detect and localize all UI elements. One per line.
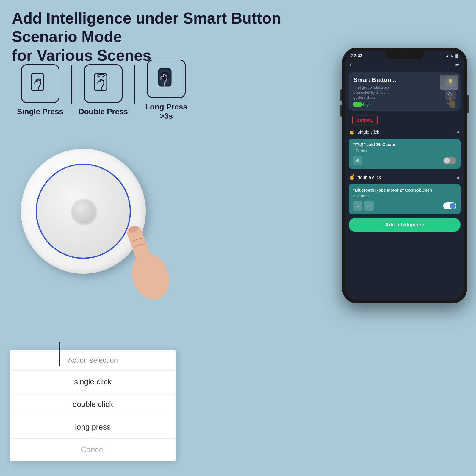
pointer-line: [60, 342, 60, 366]
single-click-text: single click: [358, 129, 379, 134]
double-press-type: Double Press: [75, 64, 131, 116]
scene-icons: 💡 🔌 👆: [445, 76, 456, 100]
action-popup-title: Action selection: [10, 350, 176, 371]
single-click-label-row: ☝ single click: [349, 129, 379, 135]
finger-icon: [110, 211, 184, 315]
device-description: Intelligent products are connected by di…: [353, 85, 401, 100]
device-info: Smart Button... Intelligent products are…: [353, 76, 445, 107]
device-name: Smart Button...: [353, 76, 445, 83]
signal-icon: ▲: [445, 54, 449, 58]
ac-icon: ❄: [353, 156, 362, 165]
double-finger-icon: ✌: [349, 174, 355, 180]
single-press-icon-box: [21, 64, 60, 103]
double-click-header: "Bluetooth Rope Motor 2" Control:Open ··…: [353, 187, 456, 193]
single-click-header: "空调" cold 16°C auto ···: [353, 142, 456, 148]
add-intelligence-button[interactable]: Add intelligence: [349, 218, 461, 232]
hand-bg-icon: 👆: [445, 96, 458, 109]
wifi-icon: ≋: [451, 54, 454, 58]
toggle-knob-2: [450, 203, 456, 209]
device-header-card: Smart Button... Intelligent products are…: [349, 72, 461, 111]
double-click-text: double click: [358, 175, 381, 180]
phone-notch: [385, 51, 424, 59]
button-center: [71, 199, 95, 223]
double-click-bottom: ▱ ▱: [353, 201, 456, 211]
svg-rect-0: [31, 73, 44, 91]
svg-point-5: [126, 248, 175, 305]
action-double-click[interactable]: double click: [10, 393, 176, 416]
divider-1: [71, 65, 72, 104]
action-long-press[interactable]: long press: [10, 416, 176, 439]
single-click-row[interactable]: ☝ single click ▲: [345, 126, 464, 137]
phone-screen: 22:43 ▲ ≋ ▓ ‹ ✏ Smart Button... Intellig…: [345, 51, 464, 300]
main-heading: Add Intelligence under Smart Button Scen…: [12, 9, 339, 65]
volume-up-button: [340, 89, 342, 101]
double-click-more[interactable]: ···: [451, 187, 456, 193]
button1-label: Button1: [352, 116, 378, 124]
curtain-image: [440, 75, 458, 90]
back-button[interactable]: ‹: [350, 61, 352, 69]
device-battery: High: [353, 102, 445, 107]
toggle-knob: [444, 158, 450, 164]
divider-2: [134, 65, 135, 104]
single-press-icon: [28, 72, 52, 95]
double-press-icon: [91, 72, 115, 95]
button1-container: Button1: [345, 113, 464, 126]
motor-icon-1: ▱: [353, 201, 362, 211]
action-cancel[interactable]: Cancel: [10, 439, 176, 461]
status-time: 22:43: [351, 53, 362, 58]
double-device-icons: ▱ ▱: [353, 201, 374, 211]
long-press-icon-box: [147, 60, 186, 98]
double-click-card: "Bluetooth Rope Motor 2" Control:Open ··…: [349, 184, 461, 214]
single-click-devices: 1 Device: [353, 149, 456, 153]
phone-frame: 22:43 ▲ ≋ ▓ ‹ ✏ Smart Button... Intellig…: [342, 48, 467, 303]
single-click-bottom: ❄: [353, 156, 456, 165]
double-click-arrow: ▲: [456, 174, 461, 180]
edit-button[interactable]: ✏: [455, 62, 459, 68]
volume-down-button: [340, 105, 342, 117]
single-click-title: "空调" cold 16°C auto: [353, 142, 395, 148]
long-press-type: Long Press >3s: [138, 60, 195, 121]
long-press-label: Long Press >3s: [138, 102, 195, 121]
finger-click-icon: ☝: [349, 129, 355, 135]
double-click-label-row: ✌ double click: [349, 174, 381, 180]
power-button: [467, 95, 469, 113]
single-press-label: Single Press: [17, 107, 63, 116]
double-click-toggle[interactable]: [443, 202, 456, 209]
double-click-title: "Bluetooth Rope Motor 2" Control:Open: [353, 188, 432, 192]
long-press-icon: [154, 67, 178, 91]
single-click-arrow: ▲: [456, 129, 461, 134]
battery-icon-status: ▓: [455, 54, 458, 58]
action-single-click[interactable]: single click: [10, 371, 176, 393]
motor-icon-2: ▱: [364, 201, 374, 211]
battery-label: High: [363, 102, 370, 107]
double-press-icon-box: [84, 64, 123, 103]
camera-dot: [403, 54, 406, 57]
status-icons: ▲ ≋ ▓: [445, 54, 458, 58]
battery-icon: [353, 102, 362, 107]
single-press-type: Single Press: [12, 64, 68, 116]
single-click-toggle[interactable]: [443, 157, 456, 164]
double-press-label: Double Press: [79, 107, 128, 116]
phone-nav: ‹ ✏: [345, 59, 464, 71]
single-device-icons: ❄: [353, 156, 362, 165]
press-types-section: Single Press Double Press Long Press >3s: [12, 60, 195, 121]
single-click-more[interactable]: ···: [451, 142, 456, 148]
double-click-devices: 2 Devices: [353, 194, 456, 198]
action-selection-popup: Action selection single click double cli…: [10, 350, 176, 461]
single-click-card: "空调" cold 16°C auto ··· 1 Device ❄: [349, 139, 461, 169]
device-area: [12, 143, 190, 321]
double-click-row[interactable]: ✌ double click ▲: [345, 171, 464, 183]
phone-container: 22:43 ▲ ≋ ▓ ‹ ✏ Smart Button... Intellig…: [342, 48, 467, 458]
